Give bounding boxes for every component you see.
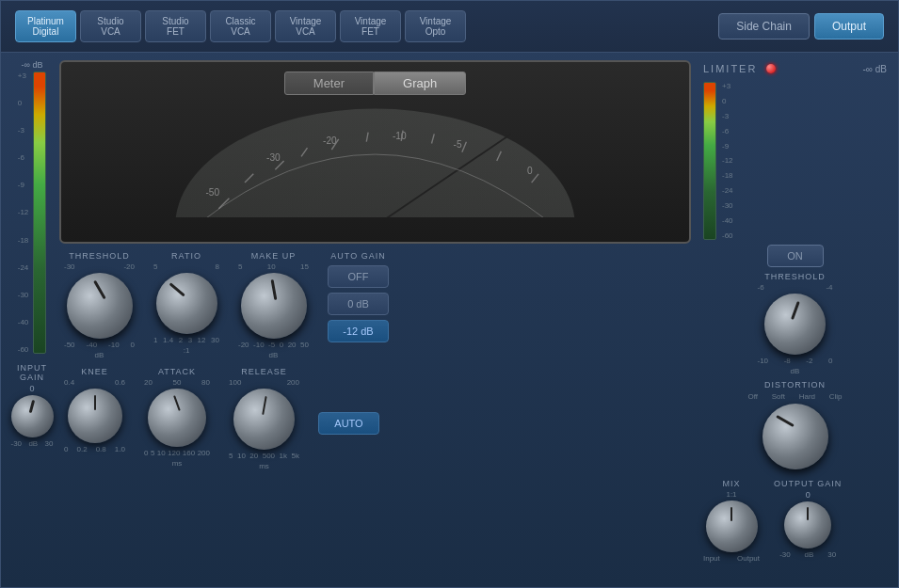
right-vu-bar xyxy=(703,82,716,240)
knee-group: KNEE 0.40.6 00.20.81.0 xyxy=(64,367,125,453)
release-unit: ms xyxy=(259,462,269,470)
auto-gain-0db-btn[interactable]: 0 dB xyxy=(328,293,389,315)
makeup-group: MAKE UP 51015 -20-10-502050 dB xyxy=(238,251,309,359)
output-gain-knob[interactable] xyxy=(784,501,831,548)
preset-classic-vca[interactable]: ClassicVCA xyxy=(210,10,271,42)
output-button[interactable]: Output xyxy=(814,13,884,40)
auto-gain-group: AUTO GAIN OFF 0 dB -12 dB xyxy=(328,251,389,342)
distortion-label: DISTORTION xyxy=(764,380,826,389)
auto-release-btn[interactable]: AUTO xyxy=(318,412,379,435)
meter-display: Meter Graph xyxy=(59,60,691,244)
right-meter-area: +3 0 -3 -6 -9 -12 -18 -24 -30 -40 -60 xyxy=(703,82,887,240)
left-scale: +3 0 -3 -6 -9 -12 -18 -24 -30 -40 -60 xyxy=(18,72,31,354)
svg-point-0 xyxy=(175,109,575,217)
distortion-knob[interactable] xyxy=(763,404,828,469)
limiter-led xyxy=(766,64,776,73)
preset-vintage-fet[interactable]: VintageFET xyxy=(340,10,401,42)
input-gain-scale: -30 dB 30 xyxy=(11,439,54,448)
top-right: Side Chain Output xyxy=(718,13,884,40)
auto-gain-label: AUTO GAIN xyxy=(330,251,385,261)
svg-text:-30: -30 xyxy=(266,152,281,163)
makeup-label: MAKE UP xyxy=(251,251,297,261)
output-gain-value: 0 xyxy=(806,490,811,500)
preset-tabs: PlatinumDigital StudioVCA StudioFET Clas… xyxy=(15,10,466,42)
ratio-unit: :1 xyxy=(184,346,190,355)
side-chain-button[interactable]: Side Chain xyxy=(718,13,810,40)
svg-text:-5: -5 xyxy=(454,139,462,150)
ratio-knob[interactable] xyxy=(156,273,217,334)
output-gain-label: OUTPUT GAIN xyxy=(774,479,842,488)
preset-vintage-vca[interactable]: VintageVCA xyxy=(275,10,336,42)
threshold-unit: dB xyxy=(95,351,104,359)
distortion-group: DISTORTION OffSoftHardClip xyxy=(703,380,887,469)
right-section: LIMITER -∞ dB +3 0 -3 -6 -9 -12 -18 -24 … xyxy=(698,60,887,563)
svg-text:0: 0 xyxy=(527,166,533,176)
knee-knob[interactable] xyxy=(68,389,122,443)
attack-label: ATTACK xyxy=(158,367,196,376)
center-section: Meter Graph xyxy=(59,60,691,563)
attack-knob[interactable] xyxy=(148,389,206,447)
upper-controls-row: THRESHOLD -30-20 -50-40-100 dB RATIO xyxy=(59,251,691,359)
auto-gain-12db-btn[interactable]: -12 dB xyxy=(328,320,389,342)
limiter-label: LIMITER xyxy=(703,63,757,74)
auto-gain-off-btn[interactable]: OFF xyxy=(328,265,389,288)
right-scale: +3 0 -3 -6 -9 -12 -18 -24 -30 -40 -60 xyxy=(719,82,733,240)
limiter-threshold-label: THRESHOLD xyxy=(764,272,826,281)
svg-text:-10: -10 xyxy=(393,131,407,141)
left-vu-bar xyxy=(33,72,46,354)
release-knob[interactable] xyxy=(233,389,295,450)
mix-knob[interactable] xyxy=(706,501,758,552)
gauge-svg: -50 -30 -20 -10 -5 0 xyxy=(71,104,680,217)
threshold-label: THRESHOLD xyxy=(69,251,130,261)
preset-studio-vca[interactable]: StudioVCA xyxy=(80,10,141,42)
main-container: PlatinumDigital StudioVCA StudioFET Clas… xyxy=(0,0,899,588)
meter-tabs: Meter Graph xyxy=(71,72,680,95)
limiter-on-btn[interactable]: ON xyxy=(767,245,824,267)
svg-text:-50: -50 xyxy=(206,187,220,198)
knee-label: KNEE xyxy=(81,367,108,376)
content-area: -∞ dB +3 0 -3 -6 -9 -12 -18 -24 -30 -40 … xyxy=(1,53,898,570)
attack-unit: ms xyxy=(172,459,183,468)
input-gain-knob[interactable] xyxy=(11,395,54,437)
input-gain-label: INPUT GAIN xyxy=(11,363,54,382)
gauge-container: -50 -30 -20 -10 -5 0 xyxy=(71,104,680,217)
preset-vintage-opto[interactable]: VintageOpto xyxy=(405,10,466,42)
mix-label: MIX xyxy=(722,479,740,488)
limiter-row: LIMITER -∞ dB xyxy=(703,60,887,77)
meter-tab-graph[interactable]: Graph xyxy=(374,72,466,95)
left-meter-top-label: -∞ dB xyxy=(22,60,43,70)
preset-studio-fet[interactable]: StudioFET xyxy=(145,10,206,42)
left-panel: -∞ dB +3 0 -3 -6 -9 -12 -18 -24 -30 -40 … xyxy=(12,60,52,563)
lower-controls-row: KNEE 0.40.6 00.20.81.0 ATTACK 205080 xyxy=(59,367,691,470)
makeup-knob[interactable] xyxy=(241,273,307,339)
top-bar: PlatinumDigital StudioVCA StudioFET Clas… xyxy=(1,1,898,53)
mix-output-row: MIX 1:1 InputOutput OUTPUT GAIN 0 xyxy=(703,479,887,563)
limiter-threshold-knob[interactable] xyxy=(764,294,826,355)
input-gain-group: INPUT GAIN 0 -30 dB 30 xyxy=(11,363,54,448)
output-gain-group: OUTPUT GAIN 0 -30 dB 30 xyxy=(774,479,842,559)
limiter-threshold-group: THRESHOLD -6-4 -10-8-20 dB xyxy=(703,272,887,375)
attack-group: ATTACK 205080 0510120160200 ms xyxy=(144,367,210,468)
preset-platinum-digital[interactable]: PlatinumDigital xyxy=(15,10,76,42)
mix-group: MIX 1:1 InputOutput xyxy=(703,479,760,563)
limiter-value: -∞ dB xyxy=(863,64,887,74)
threshold-right-unit: dB xyxy=(791,367,800,375)
meter-tab-meter[interactable]: Meter xyxy=(284,72,374,95)
threshold-group: THRESHOLD -30-20 -50-40-100 dB xyxy=(64,251,135,359)
makeup-unit: dB xyxy=(269,351,279,359)
left-meter-area: +3 0 -3 -6 -9 -12 -18 -24 -30 -40 -60 xyxy=(18,72,47,354)
auto-release-group: AUTO xyxy=(318,381,379,466)
ratio-group: RATIO 58 11.4231230 :1 xyxy=(153,251,219,355)
release-label: RELEASE xyxy=(241,367,287,376)
release-group: RELEASE 100200 510205001k5k ms xyxy=(229,367,299,470)
input-gain-value: 0 xyxy=(29,384,34,393)
threshold-knob[interactable] xyxy=(67,273,133,339)
ratio-label: RATIO xyxy=(171,251,201,261)
